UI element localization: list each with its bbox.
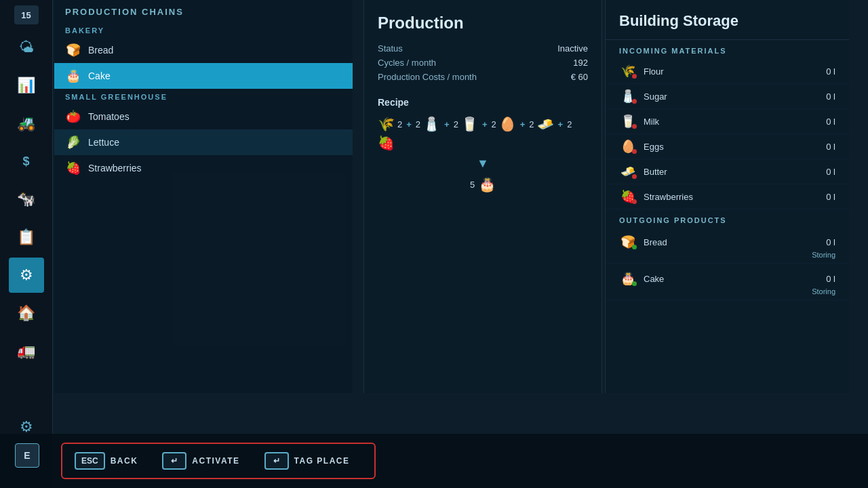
storage-item-eggs: 🥚 Eggs 0 l: [606, 134, 849, 159]
tractor-icon[interactable]: 🚜: [9, 106, 44, 141]
tagplace-key-group: ↵ TAG PLACE: [264, 452, 350, 470]
outgoing-products-label: OUTGOING PRODUCTS: [606, 209, 849, 228]
panel-title: PRODUCTION CHAINS: [54, 0, 353, 22]
lettuce-label: Lettuce: [88, 137, 119, 148]
ingredient-strawberry-icon: 🍓: [378, 135, 395, 151]
sidebar: 15 🌤 📊 🚜 $ 🐄 📋 ⚙ 🏠 🚛 ⚙: [0, 0, 53, 488]
outgoing-bread-name: Bread: [644, 237, 819, 247]
lettuce-icon: 🥬: [65, 135, 81, 150]
chain-item-strawberries[interactable]: 🍓 Strawberries: [54, 155, 353, 181]
chain-item-lettuce[interactable]: 🥬 Lettuce: [54, 129, 353, 155]
vehicle-icon[interactable]: 🚛: [9, 333, 44, 369]
list-icon[interactable]: 📋: [9, 220, 44, 255]
ingredient-strawberry-amount: 2: [567, 119, 572, 129]
status-label: Status: [378, 43, 403, 54]
ingredient-flour-icon: 🌾: [378, 116, 395, 132]
ingredient-butter-amount: 2: [529, 119, 534, 129]
bread-label: Bread: [88, 45, 113, 56]
ingredient-milk-amount: 2: [454, 119, 458, 129]
status-value: Inactive: [557, 43, 588, 54]
status-row: Status Inactive: [378, 43, 588, 54]
sugar-icon: 🧂: [619, 89, 637, 104]
recipe-ingredients: 🌾 2 + 2 🧂 + 2 🥛 + 2 🥚 + 2 🧈 + 2 🍓: [378, 116, 588, 151]
chain-item-cake[interactable]: 🎂 Cake: [54, 63, 353, 89]
ingredient-flour-amount: 2: [397, 119, 402, 129]
outgoing-item-bread: 🍞 Bread 0 l Storing: [606, 228, 849, 265]
tagplace-label: TAG PLACE: [294, 456, 350, 466]
storage-item-strawberries: 🍓 Strawberries 0 l: [606, 184, 849, 209]
bread-storing-label: Storing: [606, 251, 849, 264]
bakery-section-label: BAKERY: [54, 22, 353, 37]
storage-item-sugar: 🧂 Sugar 0 l: [606, 84, 849, 109]
arrow-down-icon: ▼: [378, 157, 588, 171]
cycles-label: Cycles / month: [378, 58, 436, 68]
plus-2: +: [444, 119, 450, 129]
flour-name: Flour: [644, 66, 819, 77]
output-amount: 5: [470, 180, 475, 190]
incoming-materials-label: INCOMING MATERIALS: [606, 40, 849, 59]
flour-icon: 🌾: [619, 64, 637, 79]
back-label: BACK: [111, 456, 138, 466]
eggs-amount: 0 l: [826, 142, 835, 152]
outgoing-cake-icon: 🎂: [619, 271, 637, 286]
plus-4: +: [520, 119, 526, 129]
money-icon[interactable]: $: [9, 144, 44, 179]
cycles-value: 192: [573, 58, 588, 68]
plus-1: +: [406, 119, 412, 129]
ingredient-egg-icon: 🥚: [499, 116, 516, 132]
milk-amount: 0 l: [826, 117, 835, 127]
storage2-icon[interactable]: 🏠: [9, 296, 44, 331]
costs-value: € 60: [571, 72, 588, 82]
eggs-name: Eggs: [644, 142, 819, 152]
recipe-section: Recipe 🌾 2 + 2 🧂 + 2 🥛 + 2 🥚 + 2 🧈 + 2 🍓…: [378, 97, 588, 192]
left-panel: PRODUCTION CHAINS BAKERY 🍞 Bread 🎂 Cake …: [54, 0, 353, 393]
outgoing-bread-amount: 0 l: [826, 237, 835, 247]
storage-item-butter: 🧈 Butter 0 l: [606, 159, 849, 184]
costs-row: Production Costs / month € 60: [378, 72, 588, 82]
incoming-strawberries-name: Strawberries: [644, 192, 819, 202]
ingredient-sugar-icon: 🧂: [423, 116, 440, 132]
activate-key[interactable]: ↵: [162, 452, 186, 470]
incoming-strawberries-icon: 🍓: [619, 189, 637, 204]
bottom-bar: E ESC BACK ↵ ACTIVATE ↵ TAG PLACE: [0, 434, 868, 488]
chain-item-bread[interactable]: 🍞 Bread: [54, 37, 353, 63]
flour-amount: 0 l: [826, 66, 835, 77]
butter-name: Butter: [644, 167, 819, 177]
strawberries-icon: 🍓: [65, 161, 81, 176]
e-badge: E: [15, 443, 39, 468]
ingredient-egg-amount: 2: [491, 119, 496, 129]
eggs-icon: 🥚: [619, 139, 637, 154]
animal-icon[interactable]: 🐄: [9, 182, 44, 217]
storage-item-flour: 🌾 Flour 0 l: [606, 59, 849, 84]
cake-icon: 🎂: [65, 68, 81, 83]
incoming-strawberries-amount: 0 l: [826, 192, 835, 202]
activate-key-group: ↵ ACTIVATE: [162, 452, 239, 470]
sugar-amount: 0 l: [826, 92, 835, 102]
weather-icon[interactable]: 🌤: [9, 30, 44, 65]
ingredient-milk-icon: 🥛: [461, 116, 478, 132]
factory-icon[interactable]: ⚙: [9, 258, 44, 293]
tomatoes-icon: 🍅: [65, 109, 81, 124]
sugar-name: Sugar: [644, 92, 819, 102]
right-panel: Building Storage INCOMING MATERIALS 🌾 Fl…: [605, 0, 849, 393]
recipe-title: Recipe: [378, 97, 588, 108]
chain-item-tomatoes[interactable]: 🍅 Tomatoes: [54, 104, 353, 129]
tomatoes-label: Tomatoes: [88, 111, 130, 122]
plus-3: +: [482, 119, 488, 129]
building-storage-title: Building Storage: [606, 0, 849, 40]
outgoing-item-cake: 🎂 Cake 0 l Storing: [606, 265, 849, 302]
cycles-row: Cycles / month 192: [378, 58, 588, 68]
chart-icon[interactable]: 📊: [9, 68, 44, 103]
butter-amount: 0 l: [826, 167, 835, 177]
back-key-group: ESC BACK: [75, 452, 138, 470]
milk-name: Milk: [644, 117, 819, 127]
production-title: Production: [378, 14, 588, 33]
butter-icon: 🧈: [619, 164, 637, 179]
outgoing-cake-amount: 0 l: [826, 274, 835, 284]
storage-item-milk: 🥛 Milk 0 l: [606, 109, 849, 134]
cake-storing-label: Storing: [606, 287, 849, 300]
milk-icon: 🥛: [619, 114, 637, 129]
esc-key[interactable]: ESC: [75, 452, 105, 470]
outgoing-bread-icon: 🍞: [619, 235, 637, 249]
tagplace-key[interactable]: ↵: [264, 452, 289, 470]
